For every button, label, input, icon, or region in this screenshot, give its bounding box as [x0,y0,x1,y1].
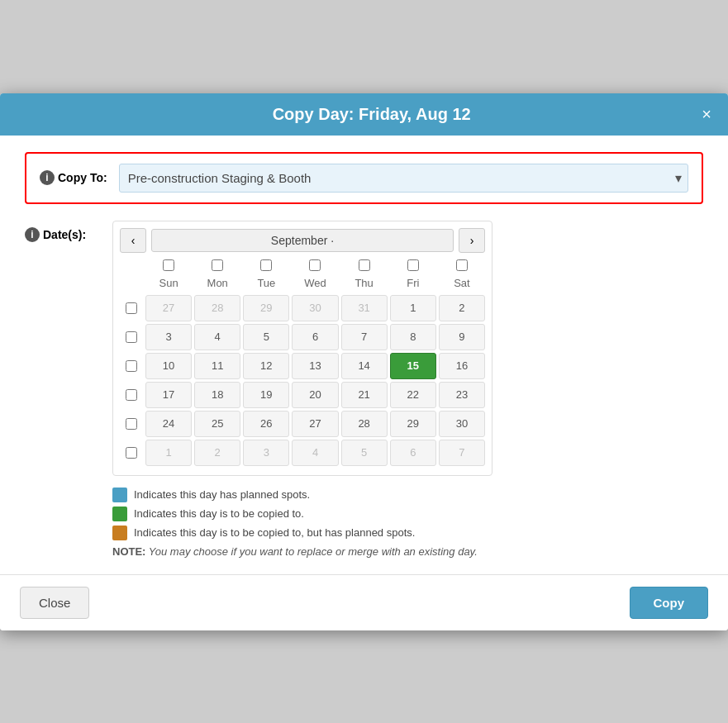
copy-to-select[interactable]: Pre-construction Staging & Booth [119,164,688,193]
cal-day-0-3[interactable]: 30 [292,295,338,321]
cal-day-3-2[interactable]: 19 [243,382,289,408]
cal-day-5-0[interactable]: 1 [145,440,192,466]
cal-day-3-6[interactable]: 23 [439,382,485,408]
col-check-mon[interactable] [194,259,240,271]
week-row-4: 24252627282930 [120,411,485,437]
cal-day-5-5[interactable]: 6 [390,440,436,466]
col-check-sat[interactable] [439,259,485,271]
dates-label: i Date(s): [25,221,99,242]
legend-item-0: Indicates this day has planned spots. [112,488,703,502]
cal-day-2-2[interactable]: 12 [243,353,289,379]
cal-day-3-3[interactable]: 20 [292,382,338,408]
copy-button[interactable]: Copy [630,587,709,619]
col-check-tue[interactable] [243,259,289,271]
cal-day-5-4[interactable]: 5 [341,440,388,466]
cal-day-1-6[interactable]: 9 [439,324,485,350]
cal-day-4-1[interactable]: 25 [194,411,240,437]
cal-day-4-2[interactable]: 26 [243,411,289,437]
header-sat: Sat [439,274,485,293]
week-check-header [120,274,143,293]
calendar-grid: Sun Mon Tue Wed Thu Fri Sat 272829303112… [113,259,492,475]
header-wed: Wed [292,274,338,293]
modal-title: Copy Day: Friday, Aug 12 [41,105,702,124]
cal-day-3-1[interactable]: 18 [194,382,240,408]
legend-swatch-1 [112,507,127,521]
cal-day-0-0[interactable]: 27 [145,295,192,321]
cal-day-5-1[interactable]: 2 [194,440,240,466]
cal-day-5-6[interactable]: 7 [439,440,485,466]
calendar-weeks: 2728293031123456789101112131415161718192… [120,295,485,466]
corner-cell [120,259,143,271]
cal-day-4-4[interactable]: 28 [341,411,388,437]
cal-day-0-5[interactable]: 1 [390,295,436,321]
cal-day-4-0[interactable]: 24 [145,411,192,437]
col-check-fri[interactable] [390,259,436,271]
cal-day-1-5[interactable]: 8 [390,324,436,350]
dates-row: i Date(s): ‹ September · › [25,221,703,558]
next-month-button[interactable]: › [459,228,485,253]
cal-day-1-3[interactable]: 6 [292,324,338,350]
legend-text-0: Indicates this day has planned spots. [134,488,310,501]
calendar-wrapper: ‹ September · › [112,221,703,558]
cal-day-3-0[interactable]: 17 [145,382,192,408]
legend-item-2: Indicates this day is to be copied to, b… [112,526,703,540]
close-icon[interactable]: × [702,106,711,122]
copy-to-label: i Copy To: [40,170,107,185]
close-button[interactable]: Close [20,587,89,619]
copy-to-select-wrapper: Pre-construction Staging & Booth ▾ [119,164,688,193]
cal-day-2-3[interactable]: 13 [292,353,338,379]
cal-day-4-3[interactable]: 27 [292,411,338,437]
week-row-1: 3456789 [120,324,485,350]
cal-day-5-2[interactable]: 3 [243,440,289,466]
cal-day-2-5[interactable]: 15 [390,353,436,379]
week-row-5: 1234567 [120,440,485,466]
cal-day-2-6[interactable]: 16 [439,353,485,379]
info-icon-dates: i [25,227,40,242]
row-check-0[interactable] [120,295,143,321]
cal-day-1-0[interactable]: 3 [145,324,192,350]
row-check-5[interactable] [120,440,143,466]
col-check-wed[interactable] [292,259,338,271]
legend-note: NOTE: You may choose if you want to repl… [112,545,703,558]
legend: Indicates this day has planned spots.Ind… [112,488,703,558]
cal-day-1-4[interactable]: 7 [341,324,388,350]
column-checkboxes-row [120,259,485,271]
cal-day-3-4[interactable]: 21 [341,382,388,408]
cal-day-2-4[interactable]: 14 [341,353,388,379]
col-check-sun[interactable] [145,259,192,271]
header-mon: Mon [194,274,240,293]
legend-swatch-2 [112,526,127,540]
legend-text-2: Indicates this day is to be copied to, b… [134,526,415,539]
month-label: September · [151,229,454,252]
calendar-nav: ‹ September · › [113,221,492,259]
header-tue: Tue [243,274,289,293]
info-icon: i [40,170,55,185]
modal-body: i Copy To: Pre-construction Staging & Bo… [0,136,728,574]
cal-day-0-4[interactable]: 31 [341,295,388,321]
week-row-0: 272829303112 [120,295,485,321]
row-check-1[interactable] [120,324,143,350]
cal-day-1-1[interactable]: 4 [194,324,240,350]
cal-day-2-0[interactable]: 10 [145,353,192,379]
cal-day-2-1[interactable]: 11 [194,353,240,379]
cal-day-1-2[interactable]: 5 [243,324,289,350]
cal-day-3-5[interactable]: 22 [390,382,436,408]
modal-footer: Close Copy [0,574,728,630]
header-thu: Thu [341,274,388,293]
cal-day-5-3[interactable]: 4 [292,440,338,466]
day-headers-row: Sun Mon Tue Wed Thu Fri Sat [120,274,485,293]
cal-day-0-2[interactable]: 29 [243,295,289,321]
cal-day-0-1[interactable]: 28 [194,295,240,321]
row-check-2[interactable] [120,353,143,379]
col-check-thu[interactable] [341,259,388,271]
cal-day-4-5[interactable]: 29 [390,411,436,437]
week-row-3: 17181920212223 [120,382,485,408]
header-sun: Sun [145,274,192,293]
legend-text-1: Indicates this day is to be copied to. [134,507,304,520]
row-check-4[interactable] [120,411,143,437]
week-row-2: 10111213141516 [120,353,485,379]
prev-month-button[interactable]: ‹ [120,228,146,253]
cal-day-4-6[interactable]: 30 [439,411,485,437]
cal-day-0-6[interactable]: 2 [439,295,485,321]
row-check-3[interactable] [120,382,143,408]
